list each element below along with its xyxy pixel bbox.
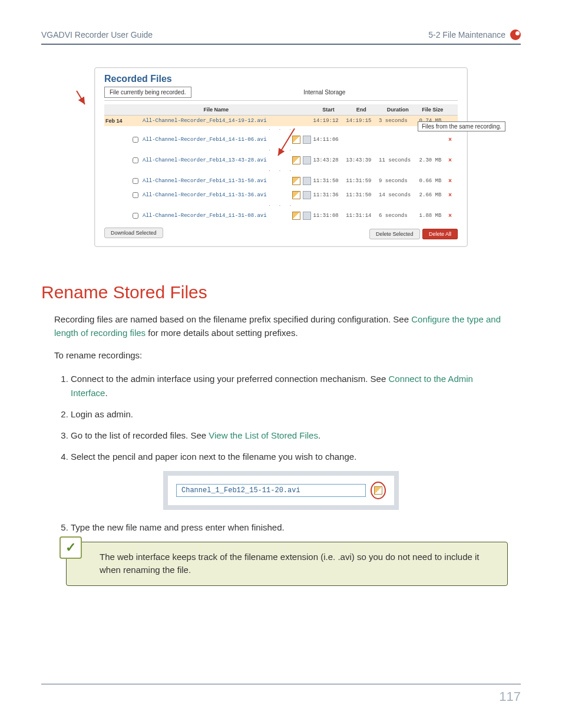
step-2: Login as admin. — [71, 407, 508, 421]
cell-start: 11:31:08 — [312, 209, 345, 223]
file-name-link[interactable]: All-Channel-Recorder_Feb14_11-31-50.avi — [141, 174, 291, 188]
row-checkbox[interactable] — [133, 192, 138, 198]
file-name-link[interactable]: All-Channel-Recorder_Feb14_13-43-28.avi — [141, 153, 291, 167]
pencil-icon[interactable] — [292, 136, 300, 144]
table-row: All-Channel-Recorder_Feb14_11-31-50.avi1… — [104, 174, 458, 188]
cell-end: 11:31:59 — [345, 174, 378, 188]
cell-dur: 6 seconds — [378, 209, 418, 223]
table-row: Feb 14All-Channel-Recorder_Feb14_14-19-1… — [104, 116, 458, 127]
cell-size — [418, 133, 447, 147]
cell-end: 14:19:15 — [345, 116, 378, 127]
download-icon[interactable] — [303, 177, 311, 185]
cell-dur: 14 seconds — [378, 188, 418, 202]
table-row: All-Channel-Recorder_Feb14_11-31-08.avi1… — [104, 209, 458, 223]
rename-screenshot: Channel_1_Feb12_15-11-20.avi — [163, 471, 399, 510]
file-name-link[interactable]: All-Channel-Recorder_Feb14_11-31-36.avi — [141, 188, 291, 202]
delete-row-icon[interactable]: × — [448, 157, 452, 164]
step-5: Type the new file name and press enter w… — [71, 521, 508, 535]
svg-line-0 — [77, 91, 85, 104]
table-row: All-Channel-Recorder_Feb14_11-31-36.avi1… — [104, 188, 458, 202]
step-1: Connect to the admin interface using you… — [71, 372, 508, 400]
cell-size: 2.66 MB — [418, 188, 447, 202]
row-separator: · · · — [104, 126, 458, 133]
steps-list: Connect to the admin interface using you… — [54, 372, 508, 464]
pencil-icon[interactable] — [374, 486, 382, 495]
table-row: All-Channel-Recorder_Feb14_14-11-06.avi1… — [104, 133, 458, 147]
recorded-files-screenshot: Recorded Files File currently being reco… — [94, 67, 468, 247]
rename-input[interactable]: Channel_1_Feb12_15-11-20.avi — [176, 484, 366, 497]
row-checkbox[interactable] — [133, 213, 138, 219]
col-start: Start — [312, 104, 345, 116]
cell-end — [345, 133, 378, 147]
cell-start: 13:43:28 — [312, 153, 345, 167]
delete-row-icon[interactable]: × — [448, 137, 452, 143]
cell-start: 14:19:12 — [312, 116, 345, 127]
cell-dur: 11 seconds — [378, 153, 418, 167]
col-duration: Duration — [378, 104, 418, 116]
steps-list-continued: Type the new file name and press enter w… — [54, 521, 508, 535]
cell-end: 11:31:50 — [345, 188, 378, 202]
cell-dur: 3 seconds — [378, 116, 418, 127]
page-footer: 117 — [41, 684, 521, 704]
pencil-icon[interactable] — [292, 177, 300, 185]
edit-icon-highlight — [371, 482, 386, 499]
pencil-icon[interactable] — [292, 191, 300, 199]
download-selected-button[interactable]: Download Selected — [104, 228, 163, 238]
tip-note: ✓ The web interface keeps track of the f… — [66, 542, 508, 586]
file-name-link[interactable]: All-Channel-Recorder_Feb14_11-31-08.avi — [141, 209, 291, 223]
col-end: End — [345, 104, 378, 116]
pencil-icon[interactable] — [292, 212, 300, 220]
section-heading: Rename Stored Files — [41, 282, 521, 302]
row-checkbox[interactable] — [133, 137, 138, 143]
guide-title: VGADVI Recorder User Guide — [41, 30, 153, 39]
download-icon[interactable] — [303, 191, 311, 199]
download-icon[interactable] — [303, 156, 311, 164]
download-icon[interactable] — [303, 136, 311, 144]
cell-size: 1.88 MB — [418, 209, 447, 223]
cell-size: 0.66 MB — [418, 174, 447, 188]
tip-text: The web interface keeps track of the fil… — [100, 552, 480, 575]
file-name-link[interactable]: All-Channel-Recorder_Feb14_14-19-12.avi — [141, 116, 291, 127]
cell-start: 11:31:36 — [312, 188, 345, 202]
tip-icon: ✓ — [59, 536, 82, 559]
cell-size: 2.30 MB — [418, 153, 447, 167]
row-checkbox[interactable] — [133, 157, 138, 163]
row-separator: · · · — [104, 202, 458, 209]
storage-label: Internal Storage — [191, 89, 458, 95]
delete-all-button[interactable]: Delete All — [422, 229, 458, 239]
cell-start: 14:11:06 — [312, 133, 345, 147]
page-number: 117 — [499, 689, 521, 704]
pencil-icon[interactable] — [292, 156, 300, 164]
recorded-files-title: Recorded Files — [104, 74, 458, 84]
page-header: VGADVI Recorder User Guide 5-2 File Main… — [41, 29, 521, 45]
currently-recording-callout: File currently being recorded. — [104, 87, 191, 98]
col-size: File Size — [418, 104, 447, 116]
same-recording-callout: Files from the same recording. — [418, 121, 505, 131]
cell-end: 13:43:39 — [345, 153, 378, 167]
intro-paragraph: Recording files are named based on the f… — [54, 313, 521, 340]
cell-end: 11:31:14 — [345, 209, 378, 223]
file-name-link[interactable]: All-Channel-Recorder_Feb14_14-11-06.avi — [141, 133, 291, 147]
row-separator: · · · — [104, 147, 458, 153]
delete-row-icon[interactable]: × — [448, 213, 452, 219]
cell-dur — [378, 133, 418, 147]
files-table: File Name Start End Duration File Size F… — [104, 104, 458, 223]
step-3: Go to the list of recorded files. See Vi… — [71, 429, 508, 443]
download-icon[interactable] — [303, 212, 311, 220]
row-separator: · · · — [104, 167, 458, 174]
check-icon: ✓ — [65, 538, 76, 557]
delete-row-icon[interactable]: × — [448, 192, 452, 199]
delete-row-icon[interactable]: × — [448, 178, 452, 185]
to-rename-label: To rename recordings: — [54, 349, 521, 363]
brand-logo-icon — [510, 29, 521, 40]
row-checkbox[interactable] — [133, 178, 138, 184]
cell-dur: 9 seconds — [378, 174, 418, 188]
col-filename: File Name — [141, 104, 291, 116]
section-ref: 5-2 File Maintenance — [428, 30, 505, 39]
cell-start: 11:31:50 — [312, 174, 345, 188]
delete-selected-button[interactable]: Delete Selected — [369, 229, 420, 239]
view-stored-files-link[interactable]: View the List of Stored Files — [209, 430, 318, 440]
step-4: Select the pencil and paper icon next to… — [71, 450, 508, 464]
table-row: All-Channel-Recorder_Feb14_13-43-28.avi1… — [104, 153, 458, 167]
